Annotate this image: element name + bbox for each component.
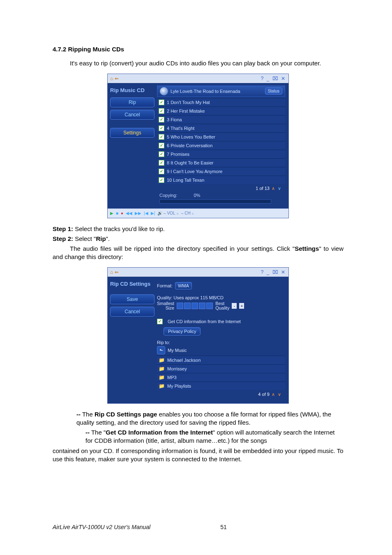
- rip-music-cd-screenshot: ⌂ ⇐ ? _ ⌧ ✕ Rip Music CD Rip Cancel Sett…: [107, 74, 289, 218]
- folder-label: MP3: [167, 375, 177, 380]
- status-column-header: Status: [265, 88, 282, 95]
- track-row[interactable]: ✓3 Fiona: [157, 115, 285, 124]
- track-row[interactable]: ✓4 That's Right: [157, 124, 285, 132]
- rip-to-folder: My Music: [168, 348, 187, 353]
- copying-percent: 0%: [194, 193, 200, 198]
- folder-icon: 📁: [159, 366, 165, 372]
- cancel-button[interactable]: Cancel: [110, 110, 154, 120]
- folder-row[interactable]: 📁Morrissey: [157, 364, 285, 373]
- settings-paragraph: The audio files will be ripped into the …: [53, 245, 344, 261]
- slider-right-label-b: Quality: [215, 306, 229, 310]
- track-checkbox[interactable]: ✓: [159, 108, 164, 114]
- titlebar-left-icons[interactable]: ⌂ ⇐: [110, 76, 119, 81]
- rip-cd-settings-screenshot: ⌂ ⇐ ? _ ⌧ ✕ Rip CD Settings Save Cancel …: [107, 267, 289, 404]
- folder-icon: 📁: [159, 375, 165, 380]
- track-label: 5 Who Loves You Better: [167, 134, 215, 139]
- track-row[interactable]: ✓5 Who Loves You Better: [157, 132, 285, 141]
- track-label: 10 Long Tall Texan: [167, 178, 204, 183]
- quality-info: Quality: Uses approx 115 MB/CD: [157, 295, 224, 300]
- folder-label: Michael Jackson: [167, 358, 201, 363]
- privacy-policy-button[interactable]: Privacy Policy: [164, 327, 201, 335]
- titlebar-right-icons[interactable]: ? _ ⌧ ✕: [261, 269, 286, 275]
- slider-left-label-b: Size: [157, 306, 174, 310]
- cd-icon: [160, 87, 168, 95]
- get-cd-info-label: Get CD information from the Internet: [168, 319, 241, 324]
- bullet-3: contained on your CD. If corresponding i…: [53, 447, 344, 464]
- folder-icon: 📁: [159, 357, 165, 363]
- track-checkbox[interactable]: ✓: [159, 125, 164, 131]
- quality-slider[interactable]: [177, 303, 213, 309]
- slider-right-label-a: Best: [215, 301, 229, 306]
- track-row[interactable]: ✓1 Don't Touch My Hat: [157, 98, 285, 106]
- track-pager: 1 of 13 ∧ ∨: [157, 184, 285, 192]
- track-label: 6 Private Conversation: [167, 143, 212, 148]
- track-checkbox[interactable]: ✓: [159, 177, 164, 183]
- bullet-1: -- The Rip CD Settings page enables you …: [53, 410, 344, 427]
- track-checkbox[interactable]: ✓: [159, 143, 164, 148]
- track-label: 1 Don't Touch My Hat: [167, 100, 210, 105]
- quality-plus[interactable]: +: [239, 303, 244, 309]
- track-checkbox[interactable]: ✓: [159, 151, 164, 157]
- format-label: Format:: [157, 283, 173, 288]
- track-label: 3 Fiona: [167, 117, 182, 122]
- track-row[interactable]: ✓2 Her First Mistake: [157, 106, 285, 115]
- track-label: 9 I Can't Love You Anymore: [167, 169, 222, 174]
- panel-title: Rip CD Settings: [110, 281, 154, 287]
- track-checkbox[interactable]: ✓: [159, 160, 164, 166]
- track-label: 2 Her First Mistake: [167, 109, 205, 113]
- settings-button[interactable]: Settings: [110, 128, 154, 138]
- step-1: Step 1: Select the tracks you'd like to …: [53, 225, 344, 233]
- page-up-icon[interactable]: ∧: [272, 392, 275, 397]
- app-titlebar: ⌂ ⇐ ? _ ⌧ ✕: [108, 74, 288, 83]
- copying-label: Copying:: [159, 193, 177, 198]
- folder-row[interactable]: 📁MP3: [157, 373, 285, 382]
- track-label: 8 It Ought To Be Easier: [167, 160, 214, 165]
- track-checkbox[interactable]: ✓: [159, 169, 164, 174]
- slider-left-label-a: Smallest: [157, 301, 174, 306]
- cancel-button[interactable]: Cancel: [110, 307, 154, 317]
- track-row[interactable]: ✓9 I Can't Love You Anymore: [157, 167, 285, 176]
- folder-icon: 📁: [159, 383, 165, 389]
- intro-paragraph: It's easy to rip (convert) your audio CD…: [53, 59, 344, 67]
- rip-button[interactable]: Rip: [110, 97, 154, 107]
- page-down-icon[interactable]: ∨: [278, 186, 281, 191]
- page-down-icon[interactable]: ∨: [278, 392, 281, 397]
- panel-title: Rip Music CD: [110, 87, 154, 93]
- step-2: Step 2: Select "Rip".: [53, 235, 344, 243]
- page-number: 51: [220, 524, 227, 530]
- track-row[interactable]: ✓7 Promises: [157, 150, 285, 158]
- media-control-bar[interactable]: ▶■● ◀◀▶▶ |◀▶| 🔊 – VOL ⬦– CH ⬦: [108, 208, 288, 218]
- track-row[interactable]: ✓8 It Ought To Be Easier: [157, 158, 285, 167]
- album-title: Lyle Lovett-The Road to Ensenada: [171, 89, 240, 94]
- rip-to-label: Rip to:: [157, 340, 170, 345]
- track-label: 4 That's Right: [167, 126, 194, 131]
- bullet-2: -- The "Get CD Information from the Inte…: [53, 428, 344, 445]
- track-row[interactable]: ✓6 Private Conversation: [157, 141, 285, 150]
- app-titlebar: ⌂ ⇐ ? _ ⌧ ✕: [108, 268, 288, 277]
- folder-up-icon[interactable]: ⬑: [157, 346, 165, 354]
- titlebar-right-icons[interactable]: ? _ ⌧ ✕: [261, 76, 286, 81]
- track-label: 7 Promises: [167, 152, 189, 157]
- track-checkbox[interactable]: ✓: [159, 134, 164, 140]
- section-heading: 4.7.2 Ripping Music CDs: [53, 45, 344, 53]
- progress-bar: [159, 199, 271, 204]
- titlebar-left-icons[interactable]: ⌂ ⇐: [110, 269, 119, 275]
- footer-manual-title: AirLive AirTV-1000U v2 User's Manual: [53, 524, 150, 530]
- quality-minus[interactable]: -: [232, 303, 237, 309]
- folder-pager: 4 of 9 ∧ ∨: [157, 390, 285, 398]
- track-row[interactable]: ✓10 Long Tall Texan: [157, 176, 285, 184]
- save-button[interactable]: Save: [110, 294, 154, 304]
- get-cd-info-checkbox[interactable]: ✓: [157, 319, 163, 324]
- folder-row[interactable]: 📁My Playlists: [157, 382, 285, 390]
- format-dropdown[interactable]: WMA: [175, 282, 192, 289]
- folder-label: Morrissey: [167, 366, 187, 371]
- track-checkbox[interactable]: ✓: [159, 117, 164, 123]
- folder-row[interactable]: 📁Michael Jackson: [157, 356, 285, 364]
- track-checkbox[interactable]: ✓: [159, 99, 164, 105]
- folder-label: My Playlists: [167, 384, 191, 388]
- page-up-icon[interactable]: ∧: [272, 186, 275, 191]
